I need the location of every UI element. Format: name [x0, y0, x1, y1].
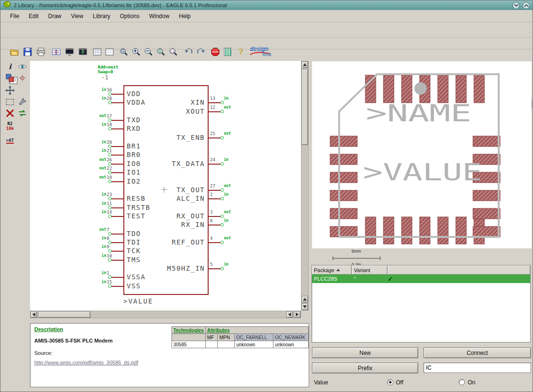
- pin-line: [111, 277, 123, 278]
- pin-name: TCK: [127, 247, 141, 255]
- package-table: Package Variant PLCC28S''✓: [312, 265, 531, 343]
- vscroll-thumb[interactable]: [302, 69, 308, 145]
- display-layers-icon[interactable]: [4, 72, 16, 84]
- pin-line: [111, 242, 123, 243]
- attribute-icon[interactable]: >AT: [4, 135, 16, 147]
- scale-mm-label: 5mm: [332, 249, 380, 254]
- scroll-up-button[interactable]: [302, 61, 308, 68]
- pin-direction-label: in: [81, 271, 106, 275]
- attributes-heading: Attributes: [205, 327, 308, 334]
- scroll-down-button[interactable]: [302, 304, 308, 310]
- app-icon: [3, 1, 11, 10]
- pin-number: 27: [210, 184, 215, 188]
- pin-connection-circle: [221, 241, 224, 244]
- menu-options[interactable]: Options: [115, 11, 144, 21]
- pin-connection-circle: [221, 162, 224, 166]
- description-heading[interactable]: Description: [34, 326, 63, 332]
- pin-name: ALC_IN: [157, 195, 205, 202]
- move-icon[interactable]: [4, 85, 16, 96]
- pin-name: VSSA: [127, 273, 146, 281]
- canvas-hscrollbar[interactable]: [30, 311, 301, 318]
- hscroll-thumb[interactable]: [38, 311, 91, 318]
- connect-button[interactable]: Connect: [423, 347, 531, 358]
- menu-file[interactable]: File: [5, 11, 24, 21]
- mf-cell[interactable]: [205, 341, 218, 348]
- menu-view[interactable]: View: [66, 11, 88, 21]
- scroll-left-button[interactable]: [30, 311, 37, 318]
- scale-bar: 5mm 0.2in: [332, 249, 385, 263]
- canvas-vscrollbar[interactable]: [301, 61, 309, 311]
- pin-direction-label: in: [224, 262, 229, 266]
- package-name: PLCC28S: [312, 276, 352, 282]
- scroll-right-button[interactable]: [294, 311, 301, 318]
- pin-number: 4: [210, 236, 212, 241]
- title-bar[interactable]: 2 Library - /home/rick/eagle/eagle-6.5.1…: [0, 0, 533, 10]
- pin-connection-circle: [108, 215, 111, 218]
- variant-column-header[interactable]: Variant: [352, 265, 388, 274]
- oc-newark-cell[interactable]: unknown: [273, 341, 309, 348]
- pin-direction-label: in: [81, 88, 106, 92]
- oc-farnell-cell[interactable]: unknown: [234, 341, 273, 348]
- pin-connection-circle: [221, 197, 224, 200]
- package-table-body: PLCC28S''✓: [312, 274, 530, 283]
- technology-cell[interactable]: 30585: [172, 341, 206, 348]
- pin-line: [111, 207, 123, 208]
- grid-toolbar: [0, 38, 533, 49]
- show-icon[interactable]: [17, 61, 28, 72]
- pin-connection-circle: [221, 188, 224, 192]
- tool-palette: i R2 10k >AT: [0, 60, 30, 392]
- change-icon[interactable]: [17, 96, 28, 108]
- pin-line: [111, 128, 123, 129]
- value-off-radio[interactable]: [387, 379, 393, 385]
- pin-name: BR1: [127, 142, 141, 150]
- package-column-header[interactable]: Package: [312, 265, 352, 274]
- pin-number: 10: [107, 254, 112, 258]
- pin-direction-label: out: [224, 131, 231, 136]
- pinswap-icon[interactable]: [17, 108, 28, 119]
- mpn-cell[interactable]: [218, 341, 235, 348]
- menu-draw[interactable]: Draw: [43, 11, 66, 21]
- info-icon[interactable]: i: [4, 61, 16, 72]
- menu-help[interactable]: Help: [174, 11, 196, 21]
- pin-line: [209, 216, 221, 217]
- pin-number: 14: [107, 210, 112, 215]
- source-link[interactable]: http://www.amis.com/pdf/amis_30585_ds.pd…: [34, 360, 138, 365]
- pin-connection-circle: [221, 215, 224, 218]
- mark-icon[interactable]: [17, 72, 28, 84]
- package-table-header: Package Variant: [312, 265, 530, 274]
- menu-window[interactable]: Window: [144, 11, 174, 21]
- value-on-label: On: [468, 379, 475, 386]
- prefix-input[interactable]: [423, 363, 531, 373]
- scrollbar-corner: [301, 311, 309, 318]
- scroll-up-button-alt[interactable]: [302, 296, 308, 303]
- symbol-canvas[interactable]: Add=next Swap=0 -1 >VALUE in16VDDin28VDD…: [30, 61, 301, 311]
- pin-line: [111, 181, 123, 182]
- pin-line: [209, 137, 221, 138]
- pin-number: 3: [210, 210, 212, 215]
- pin-direction-label: in: [81, 140, 106, 144]
- value-icon[interactable]: R2 10k: [4, 119, 16, 133]
- swap-level-label: Swap=0: [98, 69, 113, 74]
- value-on-radio[interactable]: [459, 379, 465, 385]
- menu-edit[interactable]: Edit: [24, 11, 43, 21]
- main-toolbar: D STOP ? design link: [0, 22, 533, 38]
- new-button[interactable]: New: [312, 347, 418, 358]
- horizontal-splitter[interactable]: [30, 318, 309, 323]
- description-panel[interactable]: Description AMIS-30585 S-FSK PLC Modem S…: [30, 323, 309, 387]
- prefix-button[interactable]: Prefix: [312, 363, 418, 373]
- pin-direction-label: in: [81, 201, 106, 206]
- pin-connection-circle: [108, 206, 111, 209]
- pin-number: 21: [107, 148, 112, 153]
- package-row[interactable]: PLCC28S''✓: [312, 274, 530, 283]
- menu-library[interactable]: Library: [88, 11, 115, 21]
- pin-connection-circle: [108, 197, 111, 200]
- pin-name: IO0: [127, 160, 141, 167]
- delete-icon[interactable]: [4, 108, 16, 119]
- pin-name: TDO: [127, 230, 141, 237]
- package-preview[interactable]: >NAME >VALUE: [312, 61, 532, 248]
- minimize-button[interactable]: [513, 2, 520, 9]
- group-icon[interactable]: [4, 96, 16, 108]
- pin-direction-label: in: [81, 192, 106, 196]
- scroll-left-button-alt[interactable]: [286, 311, 293, 318]
- maximize-button[interactable]: [523, 2, 530, 9]
